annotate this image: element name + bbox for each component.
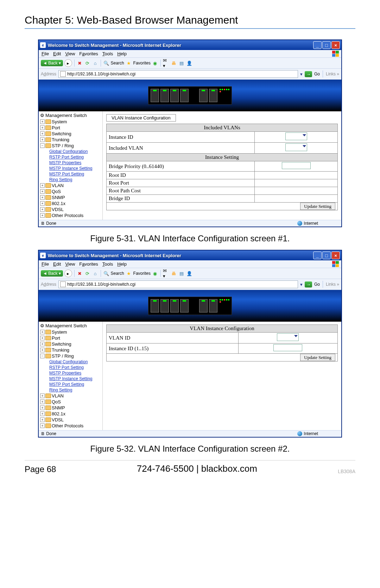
back-button[interactable]: ◄ Back ▾ [41,60,63,66]
tree-item-vdsl[interactable]: VDSL [52,207,64,212]
home-icon[interactable]: ⌂ [92,270,99,277]
edit-icon[interactable]: ▤ [178,270,185,277]
tree-item-stp-ring[interactable]: STP / Ring [52,353,74,359]
tree-item-trunking[interactable]: Trunking [52,137,69,142]
close-button[interactable]: × [331,252,340,259]
menu-tools[interactable]: Tools [102,261,113,267]
tree-root[interactable]: ⚙ Management Switch [40,113,102,118]
tree-item-snmp[interactable]: SNMP [52,405,65,410]
url-dropdown-icon[interactable]: ▾ [300,282,303,287]
tree-item-qos[interactable]: QoS [52,189,61,194]
menu-view[interactable]: View [65,51,75,56]
update-setting-button[interactable]: Update Setting [300,203,335,210]
update-setting-button[interactable]: Update Setting [300,354,335,361]
close-button[interactable]: × [331,41,340,49]
maximize-button[interactable]: □ [322,41,331,49]
minimize-button[interactable]: _ [313,41,322,49]
url-field[interactable]: http://192.168.1.10/cgi-bin/switch.cgi [58,70,298,78]
favorites-icon[interactable]: ★ [126,60,132,66]
tree-link-global-config[interactable]: Global Configuration [49,359,102,365]
menu-help[interactable]: Help [117,261,127,267]
go-button[interactable]: → [305,281,312,287]
search-label[interactable]: Search [111,61,124,66]
tree-link-mstp-instance[interactable]: MSTP Instance Setting [49,376,102,382]
search-icon[interactable]: 🔍 [103,270,109,277]
menu-edit[interactable]: Edit [53,51,61,56]
expand-icon[interactable]: + [40,119,45,124]
tree-item-other[interactable]: Other Protocols [52,423,83,428]
tree-item-snmp[interactable]: SNMP [52,195,65,200]
edit-icon[interactable]: ▤ [178,60,185,66]
instance-id-select[interactable] [285,132,307,140]
vlan-id-select[interactable] [277,333,299,341]
go-button[interactable]: → [305,71,312,77]
search-label[interactable]: Search [111,271,124,276]
tree-item-8021x[interactable]: 802.1x [52,201,65,206]
tree-item-trunking[interactable]: Trunking [52,347,69,353]
tree-item-system[interactable]: System [52,119,67,124]
menu-favorites[interactable]: Favorites [79,51,98,56]
tree-link-mstp-props[interactable]: MSTP Properties [49,160,102,166]
tree-item-switching[interactable]: Switching [52,131,71,136]
history-icon[interactable]: ◉ [152,270,158,277]
tree-item-vlan[interactable]: VLAN [52,183,64,188]
tree-item-qos[interactable]: QoS [52,399,61,404]
search-icon[interactable]: 🔍 [103,60,109,66]
tree-link-mstp-instance[interactable]: MSTP Instance Setting [49,166,102,171]
tree-link-rstp-port[interactable]: RSTP Port Setting [49,154,102,160]
tree-link-mstp-port[interactable]: MSTP Port Setting [49,382,102,387]
menu-file[interactable]: File [42,51,49,56]
messenger-icon[interactable]: 👤 [186,60,192,66]
tree-link-mstp-port[interactable]: MSTP Port Setting [49,171,102,177]
tree-link-global-config[interactable]: Global Configuration [49,149,102,154]
links-label[interactable]: Links » [326,72,339,76]
print-icon[interactable]: 🖶 [171,60,177,66]
tree-link-mstp-props[interactable]: MSTP Properties [49,370,102,376]
minimize-button[interactable]: _ [313,252,322,259]
back-button[interactable]: ◄ Back ▾ [41,270,63,277]
tree-item-port[interactable]: Port [52,335,60,341]
tab-vlan-instance[interactable]: VLAN Instance Configuration [106,114,176,122]
bridge-priority-input[interactable] [282,162,311,169]
forward-button[interactable]: ▸ [64,270,72,277]
refresh-icon[interactable]: ⟳ [84,60,91,66]
url-dropdown-icon[interactable]: ▾ [300,72,303,77]
print-icon[interactable]: 🖶 [171,270,177,277]
included-vlan-select[interactable] [285,143,307,151]
forward-button[interactable]: ▸ [64,59,72,67]
tree-item-vdsl[interactable]: VDSL [52,417,64,422]
menu-file[interactable]: File [42,261,49,267]
favorites-label[interactable]: Favorites [133,61,151,66]
links-label[interactable]: Links » [326,282,339,287]
maximize-button[interactable]: □ [322,252,331,259]
history-icon[interactable]: ◉ [152,60,158,66]
tree-link-rstp-port[interactable]: RSTP Port Setting [49,365,102,370]
home-icon[interactable]: ⌂ [92,60,99,66]
refresh-icon[interactable]: ⟳ [84,270,91,277]
instance-id-input[interactable] [273,344,302,351]
mail-icon[interactable]: ✉ ▾ [163,270,169,277]
favorites-icon[interactable]: ★ [126,270,132,277]
tree-item-switching[interactable]: Switching [52,341,71,347]
tree-item-port[interactable]: Port [52,125,60,130]
tree-item-vlan[interactable]: VLAN [52,393,64,398]
favorites-label[interactable]: Favorites [133,271,151,276]
messenger-icon[interactable]: 👤 [186,270,192,277]
url-field[interactable]: http://192.168.1.10/cgi-bin/switch.cgi [58,280,298,288]
menu-help[interactable]: Help [117,51,127,56]
tree-link-ring[interactable]: Ring Setting [49,177,102,182]
mail-icon[interactable]: ✉ ▾ [163,60,169,66]
menu-favorites[interactable]: Favorites [79,261,98,267]
stop-icon[interactable]: ✖ [77,270,83,277]
tree-item-8021x[interactable]: 802.1x [52,411,65,416]
tree-item-system[interactable]: System [52,329,67,335]
tree-item-other[interactable]: Other Protocols [52,213,83,218]
stop-icon[interactable]: ✖ [77,60,83,66]
menu-tools[interactable]: Tools [102,51,113,56]
tree-root[interactable]: ⚙ Management Switch [40,323,102,328]
menu-view[interactable]: View [65,261,75,267]
tree-item-stp-ring[interactable]: STP / Ring [52,143,74,148]
collapse-icon[interactable]: − [40,143,45,148]
tree-link-ring[interactable]: Ring Setting [49,387,102,393]
menu-edit[interactable]: Edit [53,261,61,267]
